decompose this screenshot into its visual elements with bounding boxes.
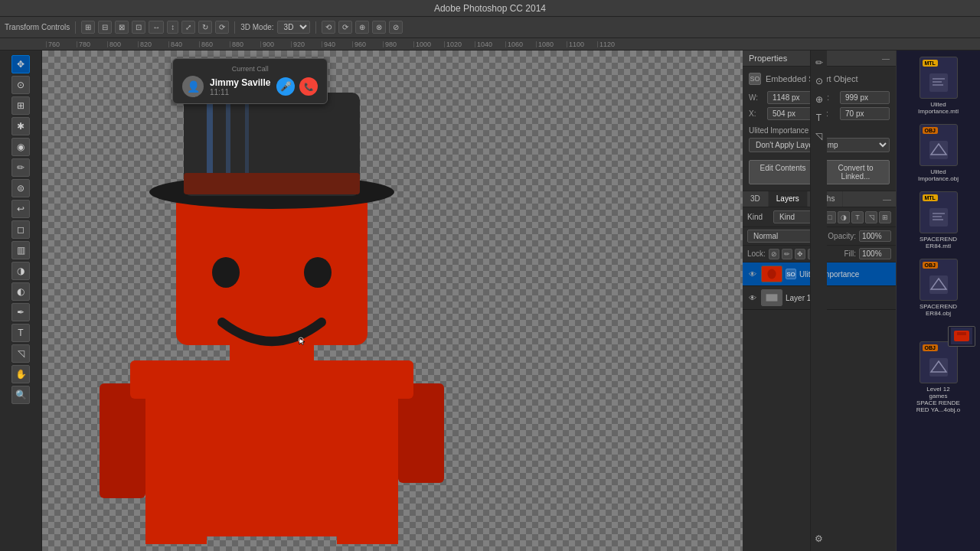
svg-rect-14 (145, 498, 207, 544)
file-item-ulited-mtl[interactable]: MTL UlitedImportance.mtl (900, 57, 977, 115)
lock-transparent-icon[interactable]: ⊘ (769, 249, 779, 259)
filter-shape-icon[interactable]: ◹ (865, 211, 877, 223)
zoom-tool[interactable]: 🔍 (11, 386, 30, 404)
file-browser: MTL UlitedImportance.mtl OBJ UlitedImpor… (896, 51, 980, 551)
file-name-spacerend-obj: SPACERENDER84.obj (920, 303, 957, 317)
toolbar-icon-1[interactable]: ⊞ (81, 21, 95, 34)
fill-value[interactable]: 100% (859, 248, 891, 259)
ruler-tick-820: 820 (138, 41, 168, 47)
toolbar-sep-3 (315, 21, 316, 34)
history-tool[interactable]: ↩ (11, 200, 30, 218)
toolbar-3d-icon-5[interactable]: ⊘ (389, 21, 403, 34)
lock-position-icon[interactable]: ✥ (795, 249, 805, 259)
file-item-ulited-obj[interactable]: OBJ UlitedImportance.obj (900, 124, 977, 182)
eyedropper-tool[interactable]: ✱ (11, 117, 30, 135)
file-item-level12[interactable]: OBJ Level 12gamesSPACE RENDERED YA...4ob… (900, 326, 977, 413)
toolbar-icon-2[interactable]: ⊟ (98, 21, 112, 34)
filter-adjust-icon[interactable]: ◑ (838, 211, 850, 223)
toolbar-3d-icon-3[interactable]: ⊕ (355, 21, 369, 34)
caller-name: Jimmy Saville (210, 77, 270, 88)
mute-button[interactable]: 🎤 (276, 77, 295, 96)
eraser-tool[interactable]: ◻ (11, 220, 30, 239)
blur-tool[interactable]: ◑ (11, 262, 30, 280)
toolbar-3d-icon-2[interactable]: ⟳ (338, 21, 352, 34)
ruler-content: 760 780 800 820 840 860 880 900 920 940 … (46, 41, 628, 47)
ruler-tick-1100: 1100 (567, 41, 597, 47)
edit-icon[interactable]: ✏ (812, 55, 827, 70)
app-title: Adobe Photoshop CC 2014 (434, 3, 546, 14)
properties-collapse[interactable]: — (882, 54, 890, 63)
ruler-tick-1000: 1000 (413, 41, 444, 47)
lock-pixels-icon[interactable]: ✏ (782, 249, 792, 259)
layer-name-layer1: Layer 1 (786, 294, 891, 302)
tab-layers[interactable]: Layers (769, 191, 808, 207)
brush-tool[interactable]: ✏ (11, 158, 30, 177)
path-icon[interactable]: ⊕ (812, 92, 827, 107)
layer-visibility-layer1[interactable]: 👁 (747, 292, 758, 303)
x-label: X: (749, 109, 763, 118)
shape-tool[interactable]: ◹ (11, 344, 30, 363)
move-tool[interactable]: ✥ (11, 55, 30, 73)
toolbar-icon-4[interactable]: ⊡ (132, 21, 145, 34)
clone-tool[interactable]: ⊜ (11, 179, 30, 197)
filter-smart-icon[interactable]: ⊞ (879, 211, 891, 223)
toolbar-icon-8[interactable]: ↻ (198, 21, 212, 34)
settings-icon[interactable]: ⚙ (812, 531, 827, 546)
hand-tool[interactable]: ✋ (11, 365, 30, 383)
file-item-level12-badge-container (948, 326, 975, 347)
toolbar-icon-5[interactable]: ↔ (149, 21, 164, 34)
file-name-spacerend-mtl: SPACERENDER84.mtl (920, 236, 957, 249)
svg-rect-23 (933, 81, 942, 83)
shape-icon-right[interactable]: ◹ (812, 129, 827, 144)
mode3d-select[interactable]: 3D (277, 21, 310, 34)
height-value[interactable]: 999 px (840, 91, 890, 104)
gradient-tool[interactable]: ▥ (11, 241, 30, 259)
toolbar-sep-2 (234, 21, 235, 34)
svg-rect-1 (100, 383, 145, 498)
layers-collapse[interactable]: — (878, 191, 896, 207)
call-overlay: Current Call 👤 Jimmy Saville 11:11 🎤 📞 (172, 58, 328, 104)
toolbar-icon-3[interactable]: ⊠ (115, 21, 129, 34)
file-icon-ulited-obj: OBJ (920, 124, 958, 166)
end-call-button[interactable]: 📞 (299, 77, 318, 96)
ruler-tick-900: 900 (260, 41, 291, 47)
pen-tool[interactable]: ✒ (11, 303, 30, 321)
opacity-label: Opacity: (828, 232, 856, 240)
toolbar-icon-7[interactable]: ⤢ (181, 21, 195, 34)
file-icon-level12: OBJ (920, 341, 958, 383)
lasso-tool[interactable]: ⊙ (11, 76, 30, 94)
ruler: 760 780 800 820 840 860 880 900 920 940 … (0, 38, 980, 51)
ruler-tick-1020: 1020 (444, 41, 475, 47)
y-value[interactable]: 70 px (840, 107, 890, 120)
healing-tool[interactable]: ◉ (11, 138, 30, 156)
toolbar-3d-icon-4[interactable]: ⊗ (372, 21, 386, 34)
svg-point-5 (212, 257, 240, 288)
text-tool[interactable]: T (11, 324, 30, 342)
canvas-area[interactable]: Current Call 👤 Jimmy Saville 11:11 🎤 📞 (42, 51, 743, 551)
svg-rect-4 (176, 192, 368, 345)
left-toolbar: ✥ ⊙ ⊞ ✱ ◉ ✏ ⊜ ↩ ◻ ▥ ◑ ◐ ✒ T ◹ ✋ 🔍 (0, 51, 42, 551)
file-icon-ulited-mtl: MTL (920, 57, 958, 99)
edit-contents-button[interactable]: Edit Contents (749, 160, 817, 184)
toolbar-3d-icon-1[interactable]: ⟲ (322, 21, 335, 34)
toolbar-icon-9[interactable]: ⟳ (215, 21, 229, 34)
svg-rect-29 (933, 216, 942, 217)
layer-visibility-ulited[interactable]: 👁 (747, 269, 758, 279)
filter-type-icon[interactable]: T (851, 211, 864, 223)
dodge-tool[interactable]: ◐ (11, 282, 30, 301)
convert-to-linked-button[interactable]: Convert to Linked... (822, 160, 890, 184)
width-label: W: (749, 93, 763, 102)
text-icon-right[interactable]: T (812, 110, 827, 126)
brush-icon-right[interactable]: ⊙ (812, 73, 827, 89)
svg-rect-35 (957, 332, 966, 335)
svg-rect-28 (933, 213, 945, 214)
toolbar-icon-6[interactable]: ↕ (167, 21, 178, 34)
crop-tool[interactable]: ⊞ (11, 96, 30, 115)
opacity-value[interactable]: 100% (859, 230, 891, 242)
filter-icons: □ ◑ T ◹ ⊞ (824, 211, 891, 223)
call-avatar: 👤 (182, 76, 204, 97)
file-item-spacerend-obj[interactable]: OBJ SPACERENDER84.obj (900, 259, 977, 317)
file-item-spacerend-mtl[interactable]: MTL SPACERENDER84.mtl (900, 191, 977, 249)
svg-rect-30 (933, 219, 943, 220)
tab-3d[interactable]: 3D (743, 191, 769, 207)
